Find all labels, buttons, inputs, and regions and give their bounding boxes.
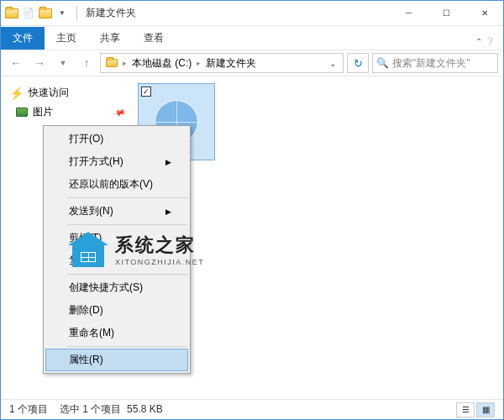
crumb-folder[interactable]: 新建文件夹 xyxy=(202,55,260,72)
ctx-open[interactable]: 打开(O) xyxy=(45,128,188,150)
ql-dropdown-icon[interactable]: ▼ xyxy=(55,6,70,21)
address-bar[interactable]: ▸ 本地磁盘 (C:) ▸ 新建文件夹 ⌄ xyxy=(100,53,344,73)
ctx-shortcut[interactable]: 创建快捷方式(S) xyxy=(45,276,188,299)
sidebar-item-quick-access[interactable]: ⚡ 快速访问 xyxy=(1,83,131,102)
quick-launch: 📄 ▼ xyxy=(1,6,73,21)
nav-arrows: ← → ▼ ↑ xyxy=(6,53,97,73)
separator xyxy=(67,274,187,275)
watermark-en: XITONGZHIJIA.NET xyxy=(115,258,204,266)
chevron-right-icon[interactable]: ▸ xyxy=(121,59,129,67)
titlebar: 📄 ▼ 新建文件夹 ─ ☐ ✕ xyxy=(1,1,503,26)
ql-new-folder-icon[interactable] xyxy=(38,6,53,21)
sidebar-item-label: 快速访问 xyxy=(29,86,69,100)
address-row: ← → ▼ ↑ ▸ 本地磁盘 (C:) ▸ 新建文件夹 ⌄ ↻ 🔍 搜索"新建文… xyxy=(1,50,503,76)
window-controls: ─ ☐ ✕ xyxy=(390,1,503,25)
view-icons-button[interactable]: ▦ xyxy=(476,402,495,417)
separator xyxy=(67,197,187,198)
separator xyxy=(67,346,187,347)
search-icon: 🔍 xyxy=(376,57,389,69)
separator xyxy=(67,224,187,225)
ctx-send-to[interactable]: 发送到(N)▶ xyxy=(45,200,188,223)
crumb-drive-icon xyxy=(102,57,121,69)
statusbar: 1 个项目 选中 1 个项目 55.8 KB ☰ ▦ xyxy=(1,399,503,419)
watermark-logo-icon xyxy=(68,232,108,267)
pin-icon: 📌 xyxy=(113,106,126,119)
watermark: 系统之家 XITONGZHIJIA.NET xyxy=(68,232,204,267)
ctx-restore[interactable]: 还原以前的版本(V) xyxy=(45,173,188,196)
ctx-open-with[interactable]: 打开方式(H)▶ xyxy=(45,150,188,173)
crumb-drive[interactable]: 本地磁盘 (C:) xyxy=(129,55,195,72)
search-input[interactable]: 🔍 搜索"新建文件夹" xyxy=(372,53,498,73)
status-count: 1 个项目 xyxy=(9,402,48,417)
chevron-right-icon: ▶ xyxy=(165,158,171,166)
status-selected: 选中 1 个项目 55.8 KB xyxy=(60,402,163,417)
tab-file[interactable]: 文件 xyxy=(1,27,45,50)
refresh-button[interactable]: ↻ xyxy=(347,53,369,73)
forward-button[interactable]: → xyxy=(29,53,50,73)
ribbon-toggle-icon[interactable]: ⌃ ❔ xyxy=(467,34,503,50)
file-checkbox[interactable]: ✓ xyxy=(141,87,151,97)
window-title: 新建文件夹 xyxy=(86,6,136,20)
tab-view[interactable]: 查看 xyxy=(132,27,176,50)
watermark-cn: 系统之家 xyxy=(115,233,204,258)
back-button[interactable]: ← xyxy=(6,53,26,73)
ctx-properties[interactable]: 属性(R) xyxy=(45,349,188,371)
sidebar-item-pictures[interactable]: 图片 📌 xyxy=(1,102,131,122)
app-icon xyxy=(4,6,19,21)
ctx-delete[interactable]: 删除(D) xyxy=(45,299,188,322)
bolt-icon: ⚡ xyxy=(9,87,24,100)
history-dropdown[interactable]: ▼ xyxy=(53,53,73,73)
view-details-button[interactable]: ☰ xyxy=(456,402,475,417)
close-button[interactable]: ✕ xyxy=(465,1,503,25)
divider xyxy=(76,6,77,21)
chevron-right-icon: ▶ xyxy=(165,207,171,216)
ql-properties-icon[interactable]: 📄 xyxy=(21,6,36,21)
ribbon-tabs: 文件 主页 共享 查看 ⌃ ❔ xyxy=(1,26,503,50)
pictures-icon xyxy=(16,108,28,117)
tab-share[interactable]: 共享 xyxy=(88,27,132,50)
chevron-right-icon[interactable]: ▸ xyxy=(195,59,202,67)
search-placeholder: 搜索"新建文件夹" xyxy=(392,56,470,71)
sidebar-item-label: 图片 xyxy=(33,105,53,119)
minimize-button[interactable]: ─ xyxy=(390,1,428,25)
ctx-rename[interactable]: 重命名(M) xyxy=(45,322,188,344)
tab-home[interactable]: 主页 xyxy=(45,27,88,50)
view-switcher: ☰ ▦ xyxy=(456,402,495,417)
maximize-button[interactable]: ☐ xyxy=(428,1,465,25)
up-button[interactable]: ↑ xyxy=(76,53,97,73)
address-dropdown-icon[interactable]: ⌄ xyxy=(324,59,341,68)
